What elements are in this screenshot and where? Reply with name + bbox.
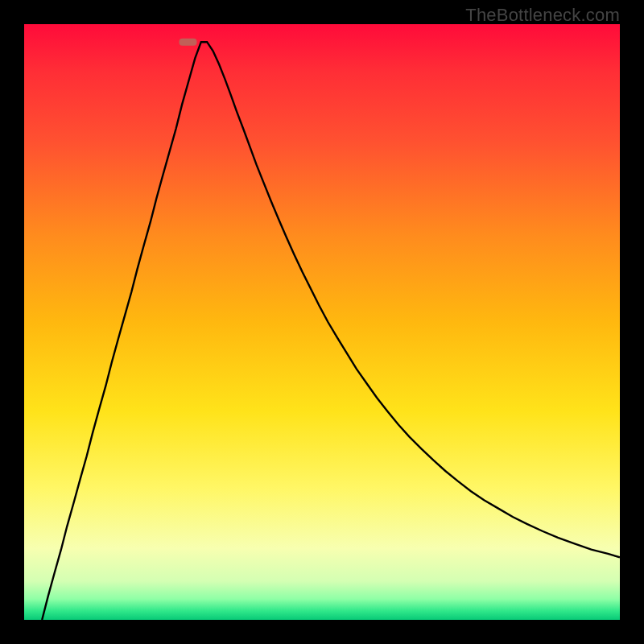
chart-background	[24, 24, 620, 620]
watermark-text: TheBottleneck.com	[465, 5, 620, 26]
bottleneck-chart	[24, 24, 620, 620]
minimum-marker	[180, 39, 197, 46]
chart-frame	[24, 24, 620, 620]
